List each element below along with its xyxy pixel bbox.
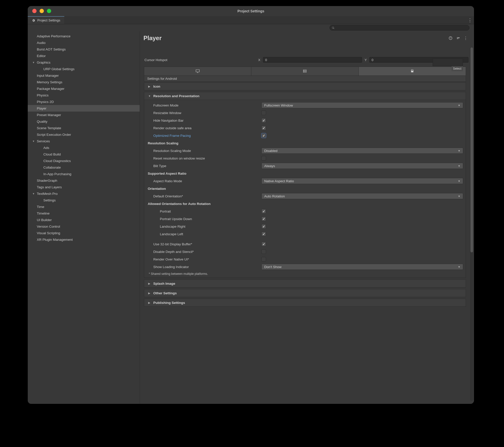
section-icon[interactable]: ▶ Icon bbox=[144, 82, 466, 90]
help-icon[interactable]: ? bbox=[448, 36, 453, 40]
fullscreen-mode-label: Fullscreen Mode bbox=[147, 103, 261, 107]
sidebar-item-player[interactable]: Player bbox=[28, 105, 140, 112]
searchbar bbox=[28, 24, 474, 31]
section-resolution-body: Fullscreen Mode Fullscreen Window▼ Resiz… bbox=[144, 100, 466, 278]
maximize-window-button[interactable] bbox=[47, 9, 51, 13]
sidebar-item-burst-aot-settings[interactable]: Burst AOT Settings bbox=[28, 46, 140, 52]
sidebar-item-label: Audio bbox=[37, 41, 46, 45]
render-native-label: Render Over Native UI* bbox=[147, 257, 261, 261]
android-icon bbox=[410, 69, 414, 73]
sidebar-item-label: Visual Scripting bbox=[37, 231, 60, 235]
sidebar-item-in-app-purchasing[interactable]: In-App Purchasing bbox=[28, 171, 140, 177]
sidebar-item-memory-settings[interactable]: Memory Settings bbox=[28, 79, 140, 85]
caret-down-icon: ▼ bbox=[32, 140, 35, 143]
server-icon bbox=[303, 69, 307, 73]
sidebar-item-urp-global-settings[interactable]: URP Global Settings bbox=[28, 66, 140, 72]
portrait-ud-checkbox[interactable]: ✓ bbox=[261, 217, 266, 221]
buf32-checkbox[interactable]: ✓ bbox=[261, 242, 266, 246]
section-publishing[interactable]: ▶ Publishing Settings bbox=[144, 299, 466, 307]
caret-down-icon: ▼ bbox=[32, 192, 35, 195]
sidebar-item-settings[interactable]: Settings bbox=[28, 197, 140, 203]
disable-ds-checkbox[interactable] bbox=[261, 249, 266, 254]
landscape-l-checkbox[interactable]: ✓ bbox=[261, 232, 266, 236]
sidebar-item-collaborate[interactable]: Collaborate bbox=[28, 164, 140, 171]
scaling-mode-dropdown[interactable]: Disabled▼ bbox=[261, 148, 463, 154]
hide-nav-checkbox[interactable]: ✓ bbox=[261, 118, 266, 123]
sidebar-item-ui-builder[interactable]: UI Builder bbox=[28, 217, 140, 223]
sidebar-item-version-control[interactable]: Version Control bbox=[28, 223, 140, 230]
caret-right-icon: ▶ bbox=[148, 85, 151, 88]
sidebar-item-graphics[interactable]: ▼Graphics bbox=[28, 59, 140, 66]
portrait-checkbox[interactable]: ✓ bbox=[261, 209, 266, 214]
sidebar-item-ads[interactable]: Ads bbox=[28, 144, 140, 151]
section-resolution[interactable]: ▼ Resolution and Presentation bbox=[144, 92, 466, 100]
sidebar-item-tags-and-layers[interactable]: Tags and Layers bbox=[28, 184, 140, 190]
landscape-r-checkbox[interactable]: ✓ bbox=[261, 224, 266, 229]
select-label: Select bbox=[452, 66, 463, 71]
sidebar-item-physics[interactable]: Physics bbox=[28, 92, 140, 98]
frame-pacing-checkbox[interactable]: ✓ bbox=[261, 133, 266, 138]
reset-res-checkbox[interactable] bbox=[261, 156, 266, 161]
sidebar-item-time[interactable]: Time bbox=[28, 203, 140, 210]
sidebar-item-script-execution-order[interactable]: Script Execution Order bbox=[28, 131, 140, 138]
loading-label: Show Loading Indicator bbox=[147, 265, 261, 269]
sidebar-item-audio[interactable]: Audio bbox=[28, 39, 140, 46]
sidebar-item-cloud-build[interactable]: Cloud Build bbox=[28, 151, 140, 157]
render-safe-checkbox[interactable]: ✓ bbox=[261, 126, 266, 130]
sidebar-item-visual-scripting[interactable]: Visual Scripting bbox=[28, 230, 140, 236]
monitor-icon bbox=[195, 69, 200, 73]
svg-point-5 bbox=[304, 72, 304, 72]
preset-icon[interactable] bbox=[456, 36, 460, 40]
sidebar-item-physics-2d[interactable]: Physics 2D bbox=[28, 98, 140, 105]
fullscreen-mode-dropdown[interactable]: Fullscreen Window▼ bbox=[261, 102, 463, 108]
gear-icon bbox=[32, 19, 35, 22]
orientation-header: Orientation bbox=[147, 187, 261, 191]
platform-tab-android[interactable] bbox=[359, 67, 466, 75]
render-native-checkbox[interactable] bbox=[261, 257, 266, 261]
header-overflow-button[interactable]: ⋮ bbox=[463, 36, 468, 40]
cursor-x-input[interactable] bbox=[263, 57, 362, 63]
select-thumbnail[interactable]: Select bbox=[433, 59, 463, 66]
sidebar-item-preset-manager[interactable]: Preset Manager bbox=[28, 112, 140, 118]
scrollbar-vertical[interactable] bbox=[470, 47, 473, 401]
close-window-button[interactable] bbox=[32, 9, 37, 13]
resizable-window-checkbox[interactable] bbox=[261, 111, 266, 115]
resizable-window-label: Resizable Window bbox=[147, 111, 261, 115]
sidebar-item-shadergraph[interactable]: ShaderGraph bbox=[28, 177, 140, 184]
section-splash[interactable]: ▶ Splash Image bbox=[144, 279, 466, 287]
sidebar-item-xr-plugin-management[interactable]: XR Plugin Management bbox=[28, 236, 140, 243]
tab-project-settings[interactable]: Project Settings bbox=[28, 16, 64, 24]
default-orientation-dropdown[interactable]: Auto Rotation▼ bbox=[261, 193, 463, 199]
platform-tab-standalone[interactable] bbox=[144, 67, 251, 75]
sidebar-item-textmesh-pro[interactable]: ▼TextMesh Pro bbox=[28, 190, 140, 197]
tabbar-overflow-button[interactable]: ⋮ bbox=[466, 16, 474, 24]
sidebar-item-editor[interactable]: Editor bbox=[28, 52, 140, 59]
sidebar-item-label: Ads bbox=[43, 146, 49, 150]
sidebar-item-label: XR Plugin Management bbox=[37, 238, 73, 242]
sidebar-item-label: Player bbox=[37, 107, 46, 110]
blit-type-dropdown[interactable]: Always▼ bbox=[261, 163, 463, 169]
sidebar-item-cloud-diagnostics[interactable]: Cloud Diagnostics bbox=[28, 157, 140, 164]
platform-tab-server[interactable] bbox=[251, 67, 359, 75]
cursor-y-label: Y bbox=[365, 58, 367, 62]
sidebar-item-label: Adaptive Performance bbox=[37, 34, 71, 38]
sidebar-item-label: Cloud Diagnostics bbox=[43, 159, 71, 163]
chevron-down-icon: ▼ bbox=[458, 195, 460, 198]
sidebar-item-adaptive-performance[interactable]: Adaptive Performance bbox=[28, 33, 140, 39]
svg-point-7 bbox=[412, 70, 413, 70]
loading-dropdown[interactable]: Don't Show▼ bbox=[261, 264, 463, 270]
sidebar-item-quality[interactable]: Quality bbox=[28, 118, 140, 125]
sidebar-item-label: URP Global Settings bbox=[43, 67, 75, 71]
search-input[interactable] bbox=[330, 25, 469, 31]
sidebar-item-input-manager[interactable]: Input Manager bbox=[28, 72, 140, 79]
shared-setting-footnote: * Shared setting between multiple platfo… bbox=[147, 271, 463, 276]
sidebar-item-package-manager[interactable]: Package Manager bbox=[28, 85, 140, 92]
sidebar-item-services[interactable]: ▼Services bbox=[28, 138, 140, 144]
minimize-window-button[interactable] bbox=[40, 9, 44, 13]
sidebar-item-label: Services bbox=[37, 139, 50, 143]
section-other[interactable]: ▶ Other Settings bbox=[144, 289, 466, 297]
sidebar-item-scene-template[interactable]: Scene Template bbox=[28, 125, 140, 131]
sidebar-item-timeline[interactable]: Timeline bbox=[28, 210, 140, 217]
allowed-orientation-header: Allowed Orientations for Auto Rotation bbox=[147, 202, 261, 206]
aspect-mode-dropdown[interactable]: Native Aspect Ratio▼ bbox=[261, 178, 463, 184]
